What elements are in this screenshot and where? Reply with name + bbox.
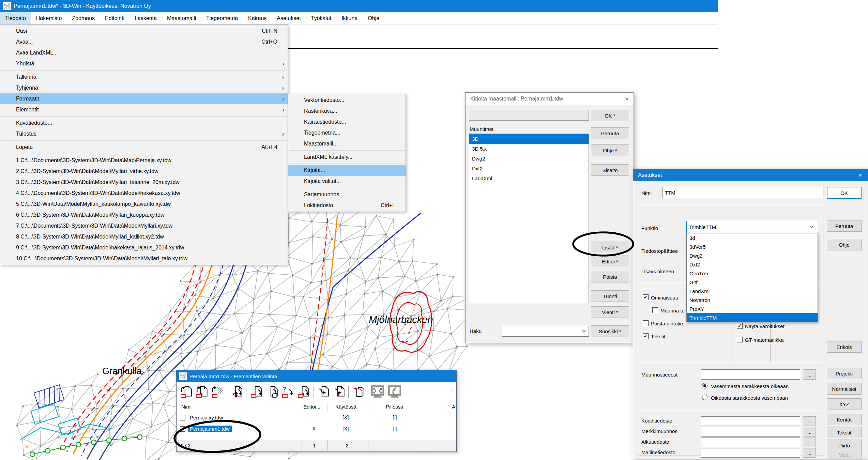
close-icon[interactable]: × xyxy=(858,171,862,179)
file-menu-item[interactable]: 6 C:\...\3D-System\3D-Win\Data\Model\Myl… xyxy=(0,210,288,220)
column-header-piilossa[interactable]: Piilossa xyxy=(386,404,403,410)
peruuta-button[interactable]: Peruuta xyxy=(827,220,862,232)
haku-combobox[interactable] xyxy=(502,326,589,337)
menubar-item-tiegeometria[interactable]: Tiegeometria xyxy=(201,12,243,24)
write-file-icon[interactable] xyxy=(250,385,264,399)
lisaa-button[interactable]: Lisää * xyxy=(591,242,629,253)
ohje-button[interactable]: Ohje xyxy=(827,239,862,250)
format-submenu-item[interactable]: Vektoritiedosto... xyxy=(288,95,406,106)
menubar-item-työkalut[interactable]: Työkalut xyxy=(306,12,337,24)
file-field-browse-button-1[interactable]: ... xyxy=(803,427,816,436)
read-file-settings-icon[interactable] xyxy=(196,385,209,399)
menubar-item-asetukset[interactable]: Asetukset xyxy=(272,12,306,24)
column-header-a[interactable]: A xyxy=(452,404,455,410)
funktio-option[interactable]: Dwg2 xyxy=(687,251,818,260)
converter-item[interactable]: Dwg2 xyxy=(469,154,589,164)
file-field-browse-button-0[interactable]: ... xyxy=(803,416,816,426)
kentät-side-button[interactable]: Kentät xyxy=(827,414,862,425)
converter-item[interactable]: LandXml xyxy=(469,173,589,183)
file-menu-item[interactable]: 1 C:\...\Documents\3D-System\3D-Win\Data… xyxy=(0,155,288,166)
file-menu-item[interactable]: 8 C:\...\3D-System\3D-Win\Data\Model\Myl… xyxy=(0,231,288,242)
format-submenu-item[interactable]: Kirjoita... xyxy=(288,165,406,176)
write-file-settings-icon[interactable] xyxy=(297,385,311,399)
menubar-item-laskenta[interactable]: Laskenta xyxy=(130,12,162,24)
file-menu-item[interactable]: 4 C:\...\Documents\3D-System\3D-Win\Data… xyxy=(0,188,288,199)
row-kaytossa-flag[interactable]: [X] xyxy=(342,414,349,420)
file-menu-item[interactable]: 5 C:\...\3D-Win\Data\Model\Mylläri_kauko… xyxy=(0,199,288,210)
piirto-side-button[interactable]: Piirto xyxy=(827,440,862,451)
row-checkbox[interactable] xyxy=(180,415,185,420)
add-element-icon[interactable]: + xyxy=(352,385,366,399)
table-row[interactable]: ✓Pernaja.mm1.tdwX[X][ ] xyxy=(177,424,457,435)
left-option-0-checkbox[interactable]: ✓ xyxy=(643,294,649,300)
table-row[interactable]: Pernaja.xy.tdw[X][ ] xyxy=(177,412,457,424)
muunnostiedosto-browse-button[interactable]: ... xyxy=(803,369,816,380)
format-submenu-item[interactable]: Rasterikuva... xyxy=(288,106,406,117)
xyz-side-button[interactable]: XYZ xyxy=(827,398,862,410)
file-field-input-3[interactable] xyxy=(701,448,800,458)
write-dialog-titlebar[interactable]: Kirjoita maastomalli: Pernaja.mm1.tdw × xyxy=(466,93,634,105)
menubar-item-editointi[interactable]: Editointi xyxy=(100,12,130,24)
funktio-option[interactable]: ProXY xyxy=(687,304,818,313)
format-submenu-item[interactable]: LokitiedostoCtrl+L xyxy=(288,200,406,211)
file-menu-item[interactable]: 3 C:\...\3D-System\3D-Win\Data\Model\Myl… xyxy=(0,177,288,188)
right-option-0-checkbox[interactable]: ✓ xyxy=(737,323,743,329)
right-option-1-checkbox[interactable] xyxy=(737,337,743,342)
write-file-query-icon[interactable]: ? xyxy=(281,385,295,399)
normalisoi-side-button[interactable]: Normalisoi xyxy=(827,383,862,395)
erikois-side-button[interactable]: Erikois xyxy=(827,341,862,353)
nimi-input[interactable] xyxy=(663,187,823,198)
file-field-input-0[interactable] xyxy=(701,416,800,426)
menubar-item-tiedosto[interactable]: Tiedosto xyxy=(0,12,31,24)
close-icon[interactable]: × xyxy=(625,95,629,103)
file-field-browse-button-2[interactable]: ... xyxy=(803,438,816,447)
row-name[interactable]: Pernaja.mm1.tdw xyxy=(188,426,232,432)
vienti-button[interactable]: Vienti * xyxy=(591,306,629,318)
file-menu-item[interactable]: Tallenna› xyxy=(0,72,288,82)
converter-item[interactable]: 3D xyxy=(469,134,589,144)
row-piilossa-flag[interactable]: [ ] xyxy=(393,426,397,431)
radio-option-0[interactable] xyxy=(702,383,707,388)
funktio-option[interactable]: LandXml xyxy=(687,287,818,295)
file-menu-item[interactable]: Avaa LandXML... xyxy=(0,47,288,58)
ohje-button[interactable]: Ohje * xyxy=(591,144,629,156)
converter-item[interactable]: Dxf2 xyxy=(469,164,589,173)
file-menu-item[interactable]: 10 C:\...\Documents\3D-System\3D-Win\Dat… xyxy=(0,253,288,264)
left-option-3-checkbox[interactable]: ✓ xyxy=(643,333,649,339)
file-field-browse-button-3[interactable]: ... xyxy=(803,448,816,458)
file-menu-item[interactable]: Elementit› xyxy=(0,104,288,115)
menubar-item-maastomalli[interactable]: Maastomalli xyxy=(162,12,201,24)
redraw-window-icon[interactable] xyxy=(388,385,401,399)
left-option-2-checkbox[interactable] xyxy=(643,320,649,326)
column-header-kaytossa[interactable]: Käytössä xyxy=(335,404,356,410)
file-menu-item[interactable]: 9 C:\...\3D-System\3D-Win\Data\Model\hak… xyxy=(0,242,288,253)
export-file-settings-icon[interactable] xyxy=(333,385,346,399)
funktio-combobox[interactable]: TrimbleTTM xyxy=(686,221,817,233)
peruuta-button[interactable]: Peruuta xyxy=(591,127,629,139)
suosikki-button[interactable]: Suosikki * xyxy=(591,325,629,337)
funktio-option[interactable]: TrimbleTTM xyxy=(687,313,818,322)
row-checkbox[interactable]: ✓ xyxy=(180,426,185,432)
save-file-add-icon[interactable] xyxy=(230,385,244,399)
column-header-editoi[interactable]: Editoi... xyxy=(303,404,320,410)
read-wireframe-icon[interactable] xyxy=(211,385,225,399)
file-menu-item[interactable]: Yhdistä› xyxy=(0,58,288,69)
funktio-option[interactable]: Novatron xyxy=(687,295,818,304)
file-menu-item[interactable]: Formaatit› xyxy=(0,93,288,104)
row-piilossa-flag[interactable]: [ ] xyxy=(393,414,397,420)
export-file-icon[interactable] xyxy=(317,385,331,399)
format-submenu-item[interactable]: Kirjoita valitut... xyxy=(288,176,406,187)
file-menu-item[interactable]: Tyhjennä› xyxy=(0,82,288,93)
format-submenu-item[interactable]: Maastomalli... xyxy=(288,138,406,149)
menubar-item-ikkuna[interactable]: Ikkuna xyxy=(336,12,363,24)
left-option-1-checkbox[interactable] xyxy=(652,307,658,313)
elements-titlebar[interactable]: 3D Pernaja.mm1.tdw - Elementtien valinta xyxy=(177,370,456,382)
file-menu-item[interactable]: Avaa...Ctrl+O xyxy=(0,36,288,47)
funktio-option[interactable]: 3d xyxy=(687,233,818,242)
file-menu-item[interactable]: 7 C:\...\Documents\3D-System\3D-Win\Data… xyxy=(0,220,288,231)
converter-item[interactable]: 3D 5.x xyxy=(469,144,589,154)
sisalto-button[interactable]: Sisältö xyxy=(591,164,629,176)
muunnostiedosto-input[interactable] xyxy=(701,369,800,380)
fit-view-icon[interactable] xyxy=(371,385,384,399)
read-file-icon[interactable] xyxy=(180,385,194,399)
